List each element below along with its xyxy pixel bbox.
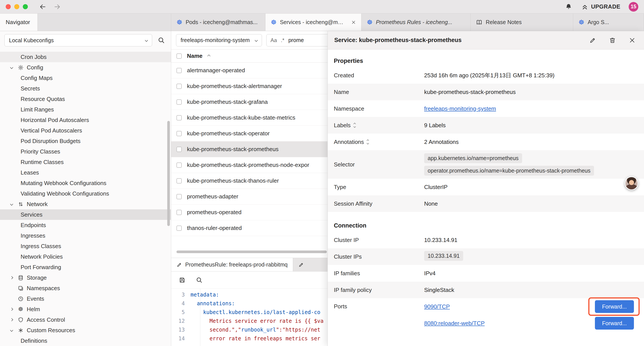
- name-column-header[interactable]: Name: [187, 52, 202, 59]
- sidebar-item-network-policies[interactable]: Network Policies: [0, 251, 171, 262]
- property-row-created: Created 253d 16h 6m ago (2025年1月13日 GMT+…: [328, 67, 644, 84]
- namespace-link[interactable]: freeleaps-monitoring-system: [424, 105, 496, 112]
- sidebar-item-horizontal-pod-autoscalers[interactable]: Horizontal Pod Autoscalers: [0, 115, 171, 125]
- sidebar-item-validating-webhook-configurations[interactable]: Validating Webhook Configurations: [0, 188, 171, 199]
- tab-prometheus-rules[interactable]: ☸ Prometheus Rules - icecheng...: [362, 13, 470, 31]
- minimize-window-button[interactable]: [14, 4, 19, 9]
- kubernetes-wheel-icon: ☸: [176, 19, 182, 26]
- resource-tree: Cron Jobs Config Config Maps Secrets Res…: [0, 49, 171, 346]
- sidebar-item-endpoints[interactable]: Endpoints: [0, 220, 171, 230]
- book-icon: [476, 19, 482, 26]
- sidebar-scrollbar[interactable]: [167, 121, 170, 226]
- sidebar-item-priority-classes[interactable]: Priority Classes: [0, 146, 171, 157]
- port-link-8080-reloader-web[interactable]: 8080:reloader-web/TCP: [424, 320, 485, 327]
- notifications-button[interactable]: [564, 2, 573, 11]
- regex-toggle[interactable]: .*: [281, 37, 284, 43]
- row-checkbox[interactable]: [176, 226, 182, 231]
- row-checkbox[interactable]: [176, 99, 182, 105]
- edit-button[interactable]: [588, 35, 598, 45]
- notification-count-badge[interactable]: 15: [629, 2, 638, 11]
- row-checkbox[interactable]: [176, 131, 182, 136]
- sidebar-item-ingress-classes[interactable]: Ingress Classes: [0, 241, 171, 251]
- row-checkbox[interactable]: [176, 84, 182, 89]
- sidebar-item-runtime-classes[interactable]: Runtime Classes: [0, 157, 171, 167]
- row-checkbox[interactable]: [176, 147, 182, 152]
- sidebar-item-access-control[interactable]: Access Control: [0, 315, 171, 325]
- property-row-session-affinity: Session Affinity None: [328, 195, 644, 212]
- user-avatar[interactable]: [625, 177, 638, 190]
- sidebar-item-events[interactable]: Events: [0, 294, 171, 304]
- sidebar-item-ingresses[interactable]: Ingresses: [0, 230, 171, 241]
- asterisk-icon: [18, 327, 24, 333]
- row-checkbox[interactable]: [176, 162, 182, 168]
- match-case-toggle[interactable]: Aa: [270, 37, 277, 43]
- floppy-disk-icon: [179, 277, 186, 284]
- kubernetes-wheel-icon: ☸: [367, 19, 373, 26]
- drawer-body: Properties Created 253d 16h 6m ago (2025…: [328, 49, 644, 346]
- expand-annotations-icon[interactable]: [367, 140, 369, 144]
- editor-search-button[interactable]: [194, 275, 204, 285]
- forward-port-button[interactable]: Forward...: [595, 300, 634, 313]
- selector-chip: operator.prometheus.io/name=kube-prometh…: [424, 166, 594, 176]
- row-checkbox[interactable]: [176, 178, 182, 184]
- tab-argo[interactable]: ☸ Argo S...: [573, 13, 644, 31]
- sidebar-item-pod-disruption-budgets[interactable]: Pod Disruption Budgets: [0, 136, 171, 146]
- row-checkbox[interactable]: [176, 194, 182, 199]
- sidebar-item-vertical-pod-autoscalers[interactable]: Vertical Pod Autoscalers: [0, 125, 171, 136]
- sidebar-item-config-maps[interactable]: Config Maps: [0, 73, 171, 83]
- sidebar-search-button[interactable]: [156, 35, 166, 45]
- sidebar-item-leases[interactable]: Leases: [0, 167, 171, 178]
- property-row-annotations: Annotations 2 Annotations: [328, 134, 644, 150]
- port-link-9090[interactable]: 9090/TCP: [424, 303, 450, 310]
- property-row-type: Type ClusterIP: [328, 179, 644, 195]
- sort-ascending-icon[interactable]: [207, 54, 210, 57]
- namespace-select[interactable]: freeleaps-monitoring-system: [176, 34, 262, 46]
- horizontal-scrollbar[interactable]: [176, 251, 327, 253]
- filter-query: prome: [288, 37, 304, 43]
- sidebar-item-resource-quotas[interactable]: Resource Quotas: [0, 94, 171, 104]
- row-checkbox[interactable]: [176, 115, 182, 120]
- tab-release-notes[interactable]: Release Notes: [470, 13, 573, 31]
- pencil-icon: [589, 37, 596, 44]
- tab-navigator[interactable]: Navigator: [0, 13, 38, 31]
- sidebar-item-secrets[interactable]: Secrets: [0, 83, 171, 94]
- save-button[interactable]: [177, 275, 188, 285]
- tab-pods[interactable]: ☸ Pods - icecheng@mathmas...: [171, 13, 266, 31]
- forward-button[interactable]: [53, 2, 62, 11]
- kubeconfig-select[interactable]: Local Kubeconfigs: [4, 34, 152, 46]
- zoom-window-button[interactable]: [23, 4, 28, 9]
- sidebar-item-custom-resources[interactable]: Custom Resources: [0, 325, 171, 336]
- sidebar-item-helm[interactable]: ☸ Helm: [0, 304, 171, 315]
- delete-button[interactable]: [607, 35, 618, 45]
- sidebar-item-port-forwarding[interactable]: Port Forwarding: [0, 262, 171, 272]
- selector-chip: app.kubernetes.io/name=prometheus: [424, 153, 522, 163]
- upgrade-button[interactable]: UPGRADE: [581, 3, 620, 10]
- row-checkbox[interactable]: [176, 68, 182, 73]
- chevron-down-icon: [10, 203, 13, 206]
- close-window-button[interactable]: [6, 4, 11, 9]
- sidebar-item-namespaces[interactable]: Namespaces: [0, 283, 171, 294]
- double-chevron-up-icon: [581, 3, 588, 10]
- tab-services[interactable]: ☸ Services - icecheng@math...: [266, 13, 362, 31]
- tab-bar: Navigator ☸ Pods - icecheng@mathmas... ☸…: [0, 13, 644, 31]
- search-icon: [158, 36, 165, 44]
- sidebar-item-definitions[interactable]: Definitions: [0, 336, 171, 346]
- sidebar-item-limit-ranges[interactable]: Limit Ranges: [0, 104, 171, 115]
- close-drawer-button[interactable]: [627, 35, 638, 45]
- namespaces-icon: [18, 285, 24, 291]
- row-checkbox[interactable]: [176, 210, 182, 215]
- sidebar-item-storage[interactable]: Storage: [0, 272, 171, 283]
- port-line: 9090/TCP Forward...: [424, 298, 634, 315]
- editor-tab-prometheusrule[interactable]: PrometheusRule: freeleaps-prod-rabbitmq: [171, 258, 293, 271]
- navigator-zone: Navigator: [0, 13, 171, 31]
- sidebar-item-cron-jobs[interactable]: Cron Jobs: [0, 52, 171, 62]
- sidebar-item-network[interactable]: Network: [0, 199, 171, 209]
- sidebar-item-config[interactable]: Config: [0, 62, 171, 73]
- back-button[interactable]: [38, 2, 47, 11]
- expand-labels-icon[interactable]: [354, 123, 356, 127]
- sidebar-item-mutating-webhook-configurations[interactable]: Mutating Webhook Configurations: [0, 178, 171, 188]
- forward-port-button[interactable]: Forward...: [595, 317, 634, 330]
- close-tab-button[interactable]: [351, 20, 356, 25]
- select-all-checkbox[interactable]: [176, 53, 182, 59]
- sidebar-item-services[interactable]: Services: [0, 209, 171, 220]
